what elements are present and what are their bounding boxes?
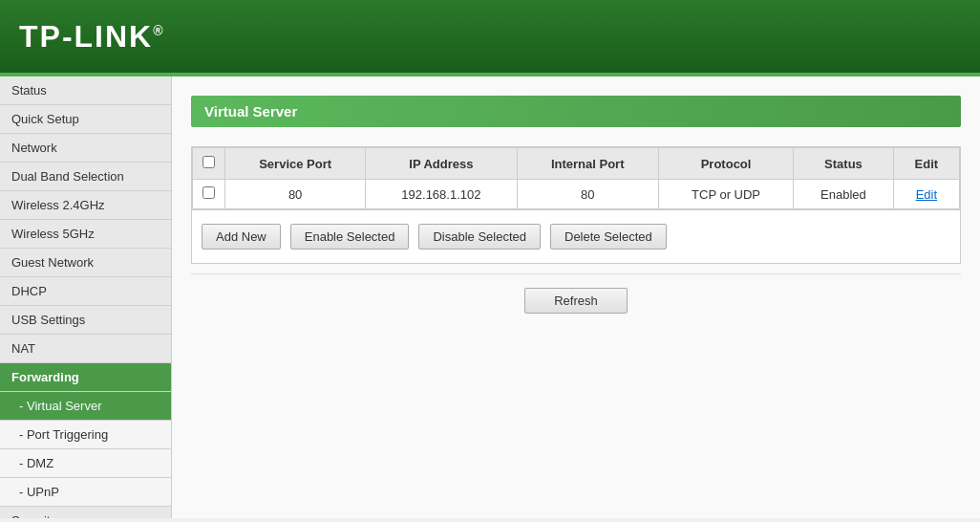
sidebar-item-quick-setup[interactable]: Quick Setup [0,105,171,134]
sidebar-item-dhcp[interactable]: DHCP [0,277,171,306]
sidebar-item-dual-band[interactable]: Dual Band Selection [0,163,171,191]
row-internal-port: 80 [517,180,658,209]
sidebar-item-upnp[interactable]: - UPnP [0,478,171,507]
virtual-server-table-container: Service Port IP Address Internal Port Pr… [191,146,961,264]
sidebar-item-port-triggering[interactable]: - Port Triggering [0,421,171,449]
main-content: Virtual Server Service Port IP Address I… [172,76,980,518]
sidebar-item-wireless-24[interactable]: Wireless 2.4GHz [0,191,171,220]
logo-text: TP-LINK [19,19,153,54]
row-status: Enabled [794,180,893,209]
disable-selected-button[interactable]: Disable Selected [418,224,541,250]
row-protocol: TCP or UDP [658,180,793,209]
refresh-button[interactable]: Refresh [524,288,628,314]
sidebar-item-guest-network[interactable]: Guest Network [0,249,171,277]
row-checkbox-cell [193,180,225,209]
col-edit: Edit [893,148,959,180]
select-all-checkbox[interactable] [202,156,215,168]
table-row: 80 192.168.1.102 80 TCP or UDP Enabled E… [193,180,960,209]
select-all-header [193,148,225,180]
enable-selected-button[interactable]: Enable Selected [290,224,410,250]
col-internal-port: Internal Port [517,148,658,180]
sidebar-item-dmz[interactable]: - DMZ [0,449,171,478]
sidebar-item-status[interactable]: Status [0,76,171,105]
edit-link[interactable]: Edit [916,187,937,202]
delete-selected-button[interactable]: Delete Selected [550,224,667,250]
sidebar-item-virtual-server[interactable]: - Virtual Server [0,392,171,421]
header: TP-LINK® [0,0,980,76]
sidebar: StatusQuick SetupNetworkDual Band Select… [0,76,172,518]
virtual-server-table: Service Port IP Address Internal Port Pr… [192,147,960,209]
sidebar-item-usb-settings[interactable]: USB Settings [0,306,171,335]
logo: TP-LINK® [19,19,165,54]
action-buttons-row: Add New Enable Selected Disable Selected… [192,209,960,263]
row-checkbox[interactable] [202,186,215,199]
table-body: 80 192.168.1.102 80 TCP or UDP Enabled E… [193,180,960,209]
add-new-button[interactable]: Add New [202,224,281,250]
logo-tm: ® [153,23,164,38]
col-ip-address: IP Address [366,148,517,180]
layout: StatusQuick SetupNetworkDual Band Select… [0,76,980,518]
sidebar-item-security[interactable]: Security [0,507,171,518]
col-protocol: Protocol [658,148,793,180]
row-service-port: 80 [225,180,366,209]
col-status: Status [794,148,893,180]
row-ip-address: 192.168.1.102 [366,180,517,209]
col-service-port: Service Port [225,148,366,180]
refresh-row: Refresh [191,273,961,327]
page-title: Virtual Server [191,96,961,127]
sidebar-item-network[interactable]: Network [0,134,171,163]
sidebar-item-forwarding[interactable]: Forwarding [0,363,171,392]
sidebar-item-wireless-5[interactable]: Wireless 5GHz [0,220,171,249]
sidebar-item-nat[interactable]: NAT [0,335,171,363]
row-edit-cell: Edit [893,180,959,209]
